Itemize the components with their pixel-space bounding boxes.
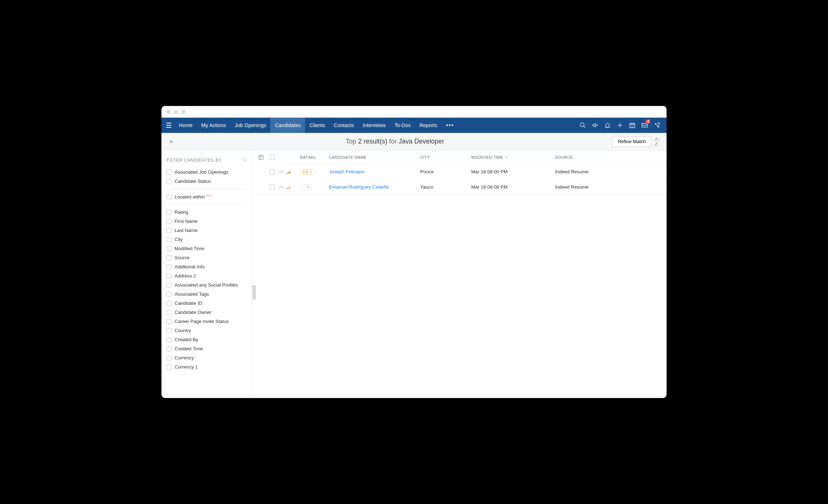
back-arrow-icon[interactable] bbox=[166, 139, 177, 145]
calendar-icon[interactable]: 31 bbox=[629, 122, 636, 129]
nav-candidates[interactable]: Candidates bbox=[270, 118, 305, 133]
plus-icon[interactable] bbox=[616, 122, 624, 129]
filter-item[interactable]: Candidate Status bbox=[161, 177, 252, 186]
filter-checkbox[interactable] bbox=[167, 310, 172, 315]
filter-item[interactable]: Candidate ID bbox=[161, 299, 252, 308]
filter-label: Country bbox=[175, 328, 191, 333]
header-modified-time-label: MODIFIED TIME bbox=[471, 155, 503, 160]
table-header-row: RATING CANDIDATE NAME CITY MODIFIED TIME… bbox=[253, 150, 667, 164]
filter-checkbox[interactable] bbox=[167, 194, 172, 199]
sidebar-collapse-handle[interactable]: ‹ bbox=[252, 285, 256, 300]
filter-item[interactable]: Associated any Social Profiles bbox=[161, 280, 252, 290]
bell-icon[interactable] bbox=[604, 122, 611, 129]
filter-located-within[interactable]: Located withinNew bbox=[161, 192, 252, 201]
sort-icon[interactable]: A↓Z bbox=[655, 137, 662, 147]
filter-checkbox[interactable] bbox=[167, 273, 172, 279]
rating-pill[interactable]: 3.0★ bbox=[300, 169, 315, 175]
filter-item[interactable]: City bbox=[161, 235, 252, 244]
row-checkbox[interactable] bbox=[270, 185, 275, 190]
filter-item[interactable]: Last Name bbox=[161, 226, 252, 235]
filter-item[interactable]: Career Page Invite Status bbox=[161, 317, 252, 326]
column-settings-icon[interactable] bbox=[255, 154, 266, 160]
header-candidate-name[interactable]: CANDIDATE NAME bbox=[329, 155, 420, 160]
header-rating[interactable]: RATING bbox=[300, 155, 329, 160]
filter-checkbox[interactable] bbox=[167, 170, 172, 175]
filter-checkbox[interactable] bbox=[167, 255, 172, 260]
filter-checkbox[interactable] bbox=[167, 219, 172, 224]
filter-item[interactable]: Currency bbox=[161, 353, 252, 362]
nav-home[interactable]: Home bbox=[175, 118, 197, 133]
filter-item[interactable]: Address 2 bbox=[161, 271, 252, 280]
rating-pill[interactable]: --★ bbox=[300, 184, 312, 190]
filter-item[interactable]: Candidate Owner bbox=[161, 308, 252, 317]
filter-checkbox[interactable] bbox=[167, 228, 172, 233]
filter-item[interactable]: Created By bbox=[161, 335, 252, 344]
filter-checkbox[interactable] bbox=[167, 319, 172, 324]
select-all-checkbox[interactable] bbox=[270, 155, 275, 160]
filter-checkbox[interactable] bbox=[167, 301, 172, 306]
filter-item[interactable]: Rating bbox=[161, 208, 252, 217]
filter-checkbox[interactable] bbox=[167, 179, 172, 184]
refine-match-button[interactable]: Refine Match bbox=[612, 136, 651, 147]
filter-sidebar: FILTER CANDIDATES BY Associated Job Open… bbox=[161, 150, 253, 398]
traffic-light-close[interactable] bbox=[167, 110, 171, 114]
nav-clients[interactable]: Clients bbox=[305, 118, 329, 133]
tools-icon[interactable] bbox=[653, 122, 661, 129]
row-checkbox[interactable] bbox=[270, 169, 275, 174]
filter-item[interactable]: Created Time bbox=[161, 344, 252, 353]
binocular-icon[interactable] bbox=[278, 184, 285, 190]
star-icon: ★ bbox=[309, 170, 313, 174]
megaphone-icon[interactable] bbox=[591, 122, 599, 129]
search-icon[interactable] bbox=[579, 122, 586, 129]
candidate-name-link[interactable]: Emanuel Rodríguez Cedeño bbox=[329, 184, 389, 190]
filter-checkbox[interactable] bbox=[167, 237, 172, 242]
filter-checkbox[interactable] bbox=[167, 264, 172, 269]
results-for: for bbox=[389, 138, 397, 145]
header-modified-time[interactable]: MODIFIED TIME bbox=[471, 155, 555, 160]
nav-icon-tray: 31 4 bbox=[579, 122, 661, 129]
mail-icon[interactable]: 4 bbox=[641, 122, 648, 129]
filter-checkbox[interactable] bbox=[167, 210, 172, 215]
menu-icon[interactable] bbox=[163, 123, 175, 128]
results-table: RATING CANDIDATE NAME CITY MODIFIED TIME… bbox=[253, 150, 667, 398]
traffic-light-zoom[interactable] bbox=[181, 110, 185, 114]
candidate-name-link[interactable]: Joseph Feliciano bbox=[329, 169, 365, 174]
nav-contacts[interactable]: Contacts bbox=[329, 118, 358, 133]
header-source[interactable]: SOURCE bbox=[555, 155, 664, 160]
nav-interviews[interactable]: Interviews bbox=[358, 118, 390, 133]
filter-item[interactable]: Associated Job Openings bbox=[161, 168, 252, 177]
nav-job-openings[interactable]: Job Openings bbox=[230, 118, 270, 133]
signal-icon bbox=[287, 185, 291, 189]
filter-label: Last Name bbox=[175, 228, 198, 233]
nav-to-dos[interactable]: To-Dos bbox=[390, 118, 415, 133]
filter-label: Created By bbox=[175, 337, 198, 342]
filter-item[interactable]: Currency 1 bbox=[161, 362, 252, 371]
nav-more-icon[interactable]: ••• bbox=[442, 122, 459, 129]
filter-checkbox[interactable] bbox=[167, 283, 172, 288]
cell-modified-time: Mar 18 08:08 PM bbox=[471, 184, 555, 190]
filter-label: Career Page Invite Status bbox=[175, 319, 229, 324]
header-city[interactable]: CITY bbox=[420, 155, 471, 160]
filter-item[interactable]: Source bbox=[161, 253, 252, 262]
traffic-light-minimize[interactable] bbox=[174, 110, 178, 114]
binocular-icon[interactable] bbox=[278, 169, 285, 175]
filter-checkbox[interactable] bbox=[167, 246, 172, 251]
sort-desc-icon bbox=[505, 155, 508, 159]
filter-item[interactable]: Additional Info bbox=[161, 262, 252, 271]
filter-item[interactable]: Country bbox=[161, 326, 252, 335]
filter-item[interactable]: Associated Tags bbox=[161, 290, 252, 299]
nav-reports[interactable]: Reports bbox=[415, 118, 442, 133]
app-window: Home My Actions Job Openings Candidates … bbox=[161, 106, 667, 398]
filter-checkbox[interactable] bbox=[167, 292, 172, 297]
filter-item[interactable]: Modified Time bbox=[161, 244, 252, 253]
filter-search-icon[interactable] bbox=[242, 157, 247, 163]
filter-label: First Name bbox=[175, 218, 198, 224]
table-row: 3.0★Joseph FelicianoPonceMar 18 08:00 PM… bbox=[253, 164, 667, 180]
nav-my-actions[interactable]: My Actions bbox=[197, 118, 230, 133]
filter-checkbox[interactable] bbox=[167, 365, 172, 370]
filter-checkbox[interactable] bbox=[167, 328, 172, 333]
filter-checkbox[interactable] bbox=[167, 337, 172, 342]
filter-item[interactable]: First Name bbox=[161, 217, 252, 226]
filter-checkbox[interactable] bbox=[167, 355, 172, 361]
filter-checkbox[interactable] bbox=[167, 346, 172, 351]
